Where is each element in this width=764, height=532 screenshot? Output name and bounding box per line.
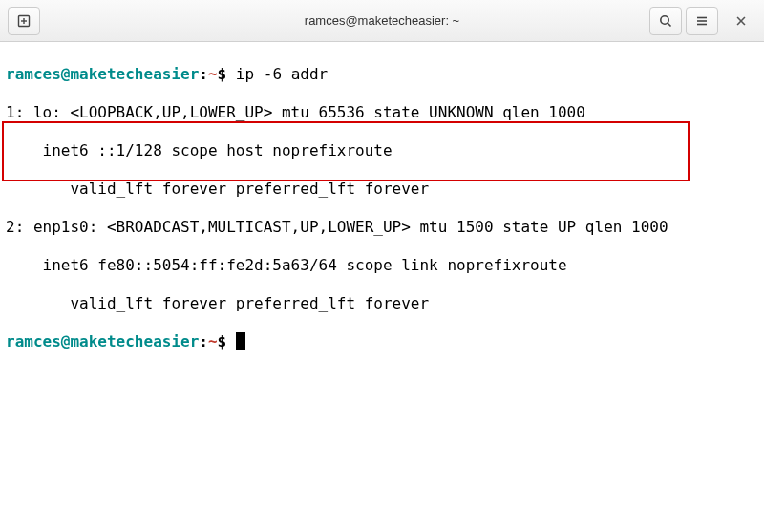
- prompt-user: ramces@maketecheasier: [6, 332, 199, 351]
- window-titlebar: ramces@maketecheasier: ~: [0, 0, 764, 42]
- prompt-line-2: ramces@maketecheasier:~$: [6, 332, 758, 351]
- prompt-path: ~: [208, 65, 218, 83]
- prompt-user: ramces@maketecheasier: [6, 65, 199, 83]
- close-icon: [734, 14, 748, 28]
- highlight-box: [2, 121, 690, 181]
- prompt-dollar: $: [218, 332, 227, 351]
- prompt-line-1: ramces@maketecheasier:~$ ip -6 addr: [6, 65, 758, 84]
- terminal-area[interactable]: ramces@maketecheasier:~$ ip -6 addr 1: l…: [0, 42, 764, 532]
- svg-line-4: [668, 23, 670, 26]
- output-line-1: 1: lo: <LOOPBACK,UP,LOWER_UP> mtu 65536 …: [6, 103, 758, 122]
- svg-point-3: [661, 15, 668, 23]
- command-1: ip -6 addr: [236, 65, 328, 83]
- prompt-separator: :: [199, 65, 208, 83]
- output-line-4: 2: enp1s0: <BROADCAST,MULTICAST,UP,LOWER…: [6, 218, 758, 237]
- terminal-cursor: [236, 332, 245, 350]
- prompt-dollar: $: [218, 65, 227, 83]
- window-title: ramces@maketecheasier: ~: [305, 13, 459, 28]
- menu-button[interactable]: [686, 7, 718, 35]
- prompt-separator: :: [199, 332, 208, 351]
- output-line-3: valid_lft forever preferred_lft forever: [6, 180, 758, 199]
- titlebar-right-group: [649, 7, 756, 35]
- search-button[interactable]: [649, 7, 682, 35]
- search-icon: [658, 13, 673, 29]
- prompt-path: ~: [208, 332, 218, 351]
- new-tab-icon: [16, 13, 32, 29]
- hamburger-icon: [694, 13, 710, 29]
- output-line-5: inet6 fe80::5054:ff:fe2d:5a63/64 scope l…: [6, 256, 758, 275]
- output-line-6: valid_lft forever preferred_lft forever: [6, 294, 758, 313]
- close-button[interactable]: [726, 7, 756, 35]
- new-tab-button[interactable]: [8, 7, 40, 35]
- titlebar-left-group: [8, 7, 40, 35]
